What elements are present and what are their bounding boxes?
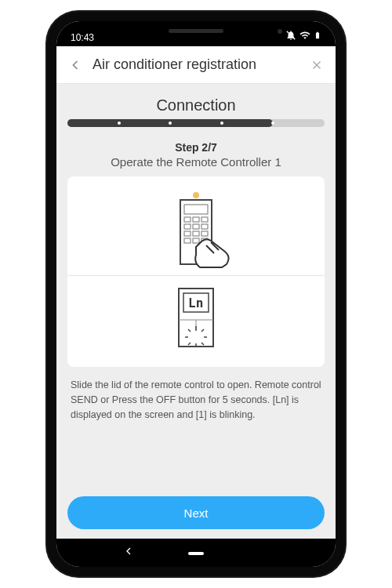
svg-rect-12 [184,231,191,236]
svg-rect-6 [184,217,191,222]
svg-rect-5 [184,205,208,214]
remote-hand-illustration [153,191,239,269]
svg-rect-11 [201,224,208,229]
wifi-icon [299,30,310,43]
svg-line-30 [201,329,204,332]
svg-rect-33 [188,552,204,555]
instruction-text: Slide the lid of the remote control to o… [67,378,325,422]
back-button[interactable] [66,56,85,74]
section-title: Connection [67,96,325,114]
svg-rect-9 [184,224,191,229]
illustration-card: Ln [67,176,325,367]
nav-home-icon[interactable] [188,546,204,560]
svg-line-31 [188,343,191,345]
svg-text:Ln: Ln [188,296,203,310]
close-icon [310,58,324,72]
next-button-label: Next [184,506,209,520]
next-button[interactable]: Next [67,496,325,529]
clock: 10:43 [71,32,94,43]
svg-point-3 [193,192,199,198]
svg-rect-15 [184,238,191,243]
progress-bar [67,119,325,127]
chevron-left-icon [67,57,83,73]
svg-line-32 [201,343,204,345]
battery-icon [314,30,321,43]
step-title: Operate the Remote Controller 1 [67,155,325,169]
android-nav-bar [56,539,336,567]
svg-rect-13 [193,231,199,236]
svg-line-29 [188,329,191,332]
status-bar: 10:43 [56,21,336,46]
svg-rect-14 [201,231,208,236]
page-title: Air conditioner registration [93,56,299,73]
svg-rect-16 [193,238,199,243]
svg-rect-8 [201,217,208,222]
content: Connection Step 2/7 Operate the Remote C… [56,84,336,539]
svg-rect-7 [193,217,199,222]
step-label: Step 2/7 [67,141,325,154]
svg-rect-10 [193,224,199,229]
app-header: Air conditioner registration [56,46,336,84]
close-button[interactable] [307,56,326,74]
nav-back-icon[interactable] [122,545,135,561]
step-header: Step 2/7 Operate the Remote Controller 1 [67,141,325,176]
remote-screen-illustration: Ln [165,282,227,353]
notifications-off-icon [285,30,296,43]
